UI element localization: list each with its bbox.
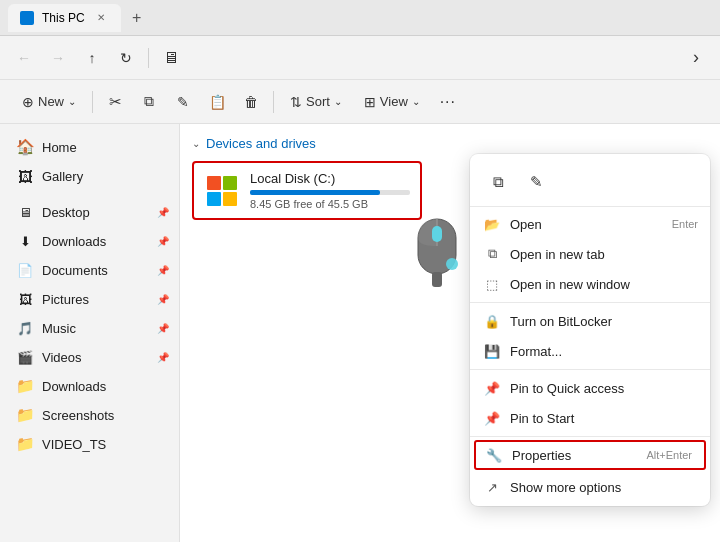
sidebar-item-video-ts[interactable]: 📁 VIDEO_TS xyxy=(4,430,175,458)
sidebar-item-desktop[interactable]: 🖥 Desktop 📌 xyxy=(4,198,175,226)
drive-info: Local Disk (C:) 8.45 GB free of 45.5 GB xyxy=(250,171,410,210)
delete-button[interactable]: 🗑 xyxy=(235,86,267,118)
pictures-icon: 🖼 xyxy=(16,290,34,308)
sidebar: 🏠 Home 🖼 Gallery 🖥 Desktop 📌 ⬇ Downloads… xyxy=(0,124,180,542)
sidebar-item-music[interactable]: 🎵 Music 📌 xyxy=(4,314,175,342)
ctx-pin-start-item[interactable]: 📌 Pin to Start xyxy=(470,403,710,433)
ctx-pin-start-icon: 📌 xyxy=(484,410,500,426)
ctx-more-options-label: Show more options xyxy=(510,480,621,495)
music-icon: 🎵 xyxy=(16,319,34,337)
sidebar-item-videos[interactable]: 🎬 Videos 📌 xyxy=(4,343,175,371)
ctx-open-icon: 📂 xyxy=(484,216,500,232)
gallery-icon: 🖼 xyxy=(16,167,34,185)
expand-button[interactable]: › xyxy=(680,42,712,74)
sort-chevron-icon: ⌄ xyxy=(334,96,342,107)
ctx-open-item[interactable]: 📂 Open Enter xyxy=(470,209,710,239)
title-bar: This PC ✕ + xyxy=(0,0,720,36)
refresh-button[interactable]: ↻ xyxy=(110,42,142,74)
ctx-new-tab-icon: ⧉ xyxy=(484,246,500,262)
content-area: ⌄ Devices and drives Local Disk (C:) 8.4… xyxy=(180,124,720,542)
pin-icon: 📌 xyxy=(157,207,169,218)
cmd-separator-2 xyxy=(273,91,274,113)
sidebar-screenshots-label: Screenshots xyxy=(42,408,114,423)
ctx-format-item[interactable]: 💾 Format... xyxy=(470,336,710,366)
new-label: New xyxy=(38,94,64,109)
rename-button[interactable]: ✎ xyxy=(167,86,199,118)
view-label: View xyxy=(380,94,408,109)
downloads2-icon: 📁 xyxy=(16,377,34,395)
address-monitor-icon: 🖥 xyxy=(155,42,187,74)
sidebar-item-downloads2[interactable]: 📁 Downloads xyxy=(4,372,175,400)
sidebar-item-downloads[interactable]: ⬇ Downloads 📌 xyxy=(4,227,175,255)
sidebar-video-ts-label: VIDEO_TS xyxy=(42,437,106,452)
ctx-open-new-window-item[interactable]: ⬚ Open in new window xyxy=(470,269,710,299)
downloads-icon: ⬇ xyxy=(16,232,34,250)
ctx-new-window-icon: ⬚ xyxy=(484,276,500,292)
sort-button[interactable]: ⇅ Sort ⌄ xyxy=(280,88,352,116)
cut-button[interactable]: ✂ xyxy=(99,86,131,118)
sort-label: Sort xyxy=(306,94,330,109)
cmd-separator-1 xyxy=(92,91,93,113)
tab-close-button[interactable]: ✕ xyxy=(93,10,109,26)
window-tab[interactable]: This PC ✕ xyxy=(8,4,121,32)
ctx-bitlocker-icon: 🔒 xyxy=(484,313,500,329)
view-button[interactable]: ⊞ View ⌄ xyxy=(354,88,430,116)
sidebar-pictures-label: Pictures xyxy=(42,292,89,307)
toolbar-separator xyxy=(148,48,149,68)
ctx-open-shortcut: Enter xyxy=(672,218,698,230)
ctx-open-new-window-label: Open in new window xyxy=(510,277,630,292)
back-button[interactable]: ← xyxy=(8,42,40,74)
forward-button[interactable]: → xyxy=(42,42,74,74)
new-button[interactable]: ⊕ New ⌄ xyxy=(12,88,86,116)
ctx-properties-icon: 🔧 xyxy=(486,447,502,463)
up-button[interactable]: ↑ xyxy=(76,42,108,74)
documents-icon: 📄 xyxy=(16,261,34,279)
drive-icon-wrapper xyxy=(204,173,240,209)
mouse-svg xyxy=(410,204,465,289)
ctx-copy-icon-button[interactable]: ⧉ xyxy=(482,166,514,198)
devices-section-header: ⌄ Devices and drives xyxy=(192,136,708,151)
sidebar-item-pictures[interactable]: 🖼 Pictures 📌 xyxy=(4,285,175,313)
ctx-more-options-item[interactable]: ↗ Show more options xyxy=(470,472,710,502)
context-menu: ⧉ ✎ 📂 Open Enter ⧉ Open in new tab ⬚ Ope… xyxy=(470,154,710,506)
paste-button[interactable]: 📋 xyxy=(201,86,233,118)
drive-name: Local Disk (C:) xyxy=(250,171,410,186)
pin-icon-4: 📌 xyxy=(157,294,169,305)
drive-size-label: 8.45 GB free of 45.5 GB xyxy=(250,198,410,210)
ctx-pin-quick-access-item[interactable]: 📌 Pin to Quick access xyxy=(470,373,710,403)
video-ts-icon: 📁 xyxy=(16,435,34,453)
more-options-button[interactable]: ··· xyxy=(432,86,464,118)
view-icon: ⊞ xyxy=(364,94,376,110)
sidebar-item-documents[interactable]: 📄 Documents 📌 xyxy=(4,256,175,284)
copy-button[interactable]: ⧉ xyxy=(133,86,165,118)
pin-icon-6: 📌 xyxy=(157,352,169,363)
sort-icon: ⇅ xyxy=(290,94,302,110)
ctx-open-new-tab-label: Open in new tab xyxy=(510,247,605,262)
sidebar-downloads-label: Downloads xyxy=(42,234,106,249)
new-tab-button[interactable]: + xyxy=(125,6,149,30)
sidebar-home-label: Home xyxy=(42,140,77,155)
ctx-open-new-tab-item[interactable]: ⧉ Open in new tab xyxy=(470,239,710,269)
sidebar-desktop-label: Desktop xyxy=(42,205,90,220)
devices-section-label: Devices and drives xyxy=(206,136,316,151)
ctx-bitlocker-item[interactable]: 🔒 Turn on BitLocker xyxy=(470,306,710,336)
section-chevron-icon: ⌄ xyxy=(192,138,200,149)
screenshots-icon: 📁 xyxy=(16,406,34,424)
new-plus-icon: ⊕ xyxy=(22,94,34,110)
sidebar-item-home[interactable]: 🏠 Home xyxy=(4,133,175,161)
sidebar-item-gallery[interactable]: 🖼 Gallery xyxy=(4,162,175,190)
local-disk-c-item[interactable]: Local Disk (C:) 8.45 GB free of 45.5 GB xyxy=(192,161,422,220)
ctx-pin-quick-icon: 📌 xyxy=(484,380,500,396)
videos-icon: 🎬 xyxy=(16,348,34,366)
ctx-divider-1 xyxy=(470,302,710,303)
ctx-properties-shortcut: Alt+Enter xyxy=(646,449,692,461)
ctx-rename-icon-button[interactable]: ✎ xyxy=(520,166,552,198)
sidebar-item-screenshots[interactable]: 📁 Screenshots xyxy=(4,401,175,429)
main-layout: 🏠 Home 🖼 Gallery 🖥 Desktop 📌 ⬇ Downloads… xyxy=(0,124,720,542)
svg-rect-3 xyxy=(432,226,442,242)
drive-progress-fill xyxy=(250,190,380,195)
ctx-properties-item[interactable]: 🔧 Properties Alt+Enter xyxy=(474,440,706,470)
command-bar: ⊕ New ⌄ ✂ ⧉ ✎ 📋 🗑 ⇅ Sort ⌄ ⊞ View ⌄ ··· xyxy=(0,80,720,124)
sidebar-documents-label: Documents xyxy=(42,263,108,278)
this-pc-tab-icon xyxy=(20,11,34,25)
